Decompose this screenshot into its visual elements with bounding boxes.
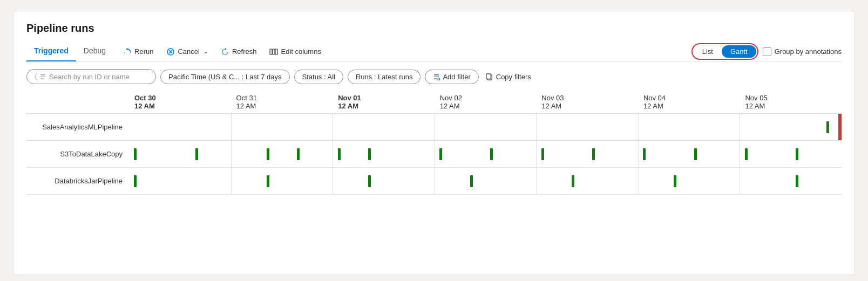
gantt-grid-line — [638, 168, 639, 194]
gantt-grid-line — [333, 141, 333, 167]
toolbar-actions: Rerun Cancel ⌄ Refresh — [118, 44, 691, 59]
view-toggle: List Gantt — [691, 43, 758, 60]
gantt-grid-line — [536, 114, 537, 140]
cancel-icon — [166, 47, 175, 56]
gantt-col-header-0: Oct 3012 AM — [129, 94, 231, 110]
gantt-col-header-3: Nov 0212 AM — [435, 94, 537, 110]
gantt-grid-line — [740, 114, 740, 140]
gantt-header: Oct 3012 AMOct 3112 AMNov 0112 AMNov 021… — [129, 94, 842, 110]
toolbar: Triggered Debug Rerun Cancel ⌄ — [26, 42, 842, 61]
gantt-grid-line — [333, 168, 333, 194]
gantt-grid-line — [638, 114, 639, 140]
gantt-col-header-4: Nov 0312 AM — [536, 94, 638, 110]
gantt-bar-1-1 — [195, 148, 198, 160]
gantt-view-button[interactable]: Gantt — [722, 45, 756, 58]
columns-icon — [269, 47, 278, 56]
search-filter[interactable]: 〈 Search by run ID or name — [26, 69, 156, 84]
group-by-checkbox[interactable] — [763, 47, 771, 56]
refresh-icon — [221, 47, 229, 56]
add-filter-icon — [433, 73, 440, 80]
gantt-grid-line — [435, 141, 435, 167]
copy-filters-label: Copy filters — [496, 73, 531, 81]
edit-columns-button[interactable]: Edit columns — [264, 44, 326, 59]
gantt-row-chart-0 — [129, 114, 842, 140]
tab-triggered[interactable]: Triggered — [26, 42, 76, 61]
gantt-grid-line — [740, 141, 740, 167]
gantt-bar-2-5 — [674, 175, 676, 187]
filter-bar: 〈 Search by run ID or name Pacific Time … — [26, 69, 842, 84]
gantt-bar-2-6 — [796, 175, 798, 187]
gantt-grid-line — [740, 168, 740, 194]
gantt-col-header-6: Nov 0512 AM — [740, 94, 842, 110]
add-filter-label: Add filter — [443, 73, 470, 81]
add-filter-button[interactable]: Add filter — [425, 70, 478, 84]
page-title: Pipeline runs — [26, 22, 842, 35]
gantt-bar-1-11 — [694, 148, 697, 160]
gantt-bar-1-7 — [490, 148, 493, 160]
rerun-icon — [123, 47, 132, 56]
svg-rect-4 — [273, 49, 275, 54]
gantt-bar-2-0 — [134, 175, 137, 187]
gantt-grid-line — [231, 114, 232, 140]
filter-icon: 〈 — [35, 72, 37, 81]
copy-filters-button[interactable]: Copy filters — [485, 73, 531, 81]
gantt-bar-1-3 — [297, 148, 300, 160]
gantt-bar-1-4 — [338, 148, 341, 160]
copy-icon — [485, 73, 493, 81]
time-range-filter[interactable]: Pacific Time (US & C... : Last 7 days — [160, 70, 290, 84]
gantt-row-label-0: SalesAnalyticsMLPipeline — [26, 123, 129, 131]
gantt-bar-2-4 — [572, 175, 574, 187]
gantt-bar-2-1 — [267, 175, 269, 187]
svg-rect-3 — [270, 49, 272, 54]
gantt-row-chart-2 — [129, 168, 842, 194]
status-filter[interactable]: Status : All — [294, 70, 343, 84]
group-by-annotations: Group by annotations — [763, 47, 842, 56]
gantt-bar-1-9 — [592, 148, 595, 160]
tab-debug[interactable]: Debug — [76, 42, 113, 61]
gantt-row-row2: S3ToDataLakeCopy — [26, 141, 842, 168]
gantt-bar-1-13 — [796, 148, 798, 160]
time-range-label: Pacific Time (US & C... : Last 7 days — [168, 73, 282, 81]
gantt-grid-line — [536, 168, 537, 194]
gantt-bar-2-3 — [470, 175, 473, 187]
gantt-grid-line — [536, 141, 537, 167]
gantt-row-chart-1 — [129, 141, 842, 167]
runs-filter[interactable]: Runs : Latest runs — [348, 70, 421, 84]
gantt-bar-2-2 — [368, 175, 371, 187]
gantt-row-row1: SalesAnalyticsMLPipeline — [26, 114, 842, 141]
gantt-col-header-5: Nov 0412 AM — [638, 94, 740, 110]
gantt-rows: SalesAnalyticsMLPipelineS3ToDataLakeCopy… — [26, 113, 842, 195]
gantt-bar-1-2 — [267, 148, 269, 160]
gantt-grid-line — [435, 114, 435, 140]
gantt-bar-1-0 — [134, 148, 137, 160]
list-view-button[interactable]: List — [694, 45, 722, 58]
gantt-col-header-2: Nov 0112 AM — [333, 94, 435, 110]
gantt-row-label-2: DatabricksJarPipeline — [26, 177, 129, 185]
gantt-bar-1-12 — [745, 148, 748, 160]
refresh-button[interactable]: Refresh — [215, 44, 262, 59]
gantt-grid-line — [231, 141, 232, 167]
gantt-row-label-1: S3ToDataLakeCopy — [26, 150, 129, 158]
gantt-bar-1-10 — [643, 148, 646, 160]
pipeline-runs-container: Pipeline runs Triggered Debug Rerun Canc… — [13, 11, 855, 275]
group-by-label: Group by annotations — [775, 47, 842, 56]
rerun-button[interactable]: Rerun — [118, 44, 159, 59]
gantt-bar-1-8 — [541, 148, 544, 160]
svg-rect-5 — [275, 49, 277, 54]
gantt-bar-1-6 — [439, 148, 442, 160]
cancel-caret: ⌄ — [204, 49, 208, 54]
gantt-bar-0-0 — [826, 121, 829, 133]
search-filter-icon — [39, 73, 46, 80]
svg-rect-8 — [486, 73, 491, 78]
gantt-grid-line — [435, 168, 435, 194]
runs-label: Runs : Latest runs — [356, 73, 413, 81]
gantt-bar-1-5 — [368, 148, 371, 160]
cancel-button[interactable]: Cancel ⌄ — [161, 44, 213, 59]
gantt-col-header-1: Oct 3112 AM — [231, 94, 333, 110]
gantt-red-indicator — [838, 114, 842, 140]
search-placeholder: Search by run ID or name — [49, 73, 130, 81]
gantt-chart: Oct 3012 AMOct 3112 AMNov 0112 AMNov 021… — [26, 94, 842, 195]
view-toggle-wrapper: List Gantt Group by annotations — [691, 43, 842, 60]
gantt-grid-line — [333, 114, 333, 140]
gantt-row-row3: DatabricksJarPipeline — [26, 168, 842, 195]
